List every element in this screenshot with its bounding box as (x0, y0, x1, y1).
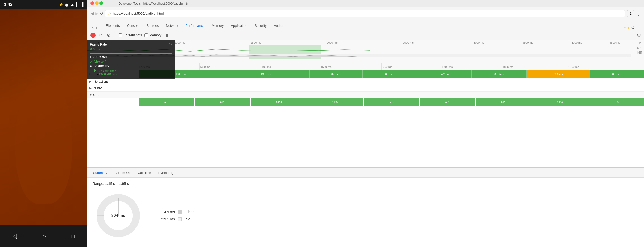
recents-icon[interactable]: □ (71, 233, 75, 240)
gpu-block-4: GPU (364, 98, 420, 106)
url-warning-icon: ⚠ (108, 11, 111, 16)
gpu-row-header-content (139, 92, 644, 98)
tick-3500: 3500 ms (522, 41, 533, 44)
tab-event-log[interactable]: Event Log (155, 169, 177, 177)
tab-security[interactable]: Security (251, 22, 270, 30)
gpu-block-7: GPU (532, 98, 588, 106)
tab-performance[interactable]: Performance (182, 22, 208, 30)
t-1500: 1500 ms (321, 65, 331, 68)
back-icon[interactable]: ◁ (13, 233, 17, 240)
screenshots-label: Screenshots (123, 33, 142, 37)
net-label: NET (637, 50, 642, 55)
devtools-window: Developer Tools - https://localhost:5000… (87, 0, 644, 247)
phone-status-icons: ⚡ ◉ ▲ ▌ ▐ (58, 2, 83, 7)
frame-duration-3: 83.9 ms (385, 73, 395, 76)
tab-count[interactable]: 1 (627, 10, 634, 17)
t-1900: 1900 ms (568, 65, 579, 68)
forward-nav-icon[interactable]: ▶ (95, 11, 98, 16)
legend-other-label: Other (185, 210, 194, 214)
frame-block-6: 98.0 ms (527, 70, 590, 78)
frame-duration-6: 98.0 ms (554, 73, 563, 76)
tab-call-tree[interactable]: Call Tree (134, 169, 155, 177)
close-button[interactable] (90, 1, 94, 5)
frame-block-7: 83.0 ms (590, 70, 644, 78)
gpu-block-1: GPU (195, 98, 251, 106)
screenshots-checkbox[interactable] (119, 33, 122, 37)
legend-other: 4.9 ms Other (154, 210, 194, 214)
interactions-expand-icon[interactable]: ▶ (89, 80, 92, 83)
frame-rate-overlay: Frame Rate 9.6 fps 6-12 GPU Raster off (… (87, 40, 175, 79)
bottom-panel: Summary Bottom-Up Call Tree Event Log Ra… (87, 167, 644, 247)
frame-block-2: 82.0 ms (310, 70, 363, 78)
url-field[interactable]: ⚠ https://localhost:5000/badblur.html (105, 10, 625, 17)
legend-idle-label: Idle (185, 217, 191, 221)
memory-donut-chart (90, 69, 97, 76)
memory-label: Memory (149, 33, 161, 37)
tick-4500: 4500 ms (609, 41, 620, 44)
summary-tabs: Summary Bottom-Up Call Tree Event Log (87, 168, 644, 178)
screenshots-toggle[interactable]: Screenshots (119, 33, 142, 37)
devtools-menu-icon[interactable]: ⋮ (637, 25, 641, 30)
clear-button[interactable]: ⊘ (106, 33, 111, 38)
reload-nav-icon[interactable]: ↺ (100, 11, 103, 16)
time-ruler-ticks: 1200 ms 1300 ms 1400 ms 1500 ms 1600 ms … (139, 63, 644, 70)
reload-record-button[interactable]: ↺ (98, 33, 103, 38)
frame-block-4: 84.2 ms (417, 70, 472, 78)
url-bar-icons: ◀ ▶ ↺ (90, 11, 103, 16)
home-icon[interactable]: ○ (42, 233, 46, 240)
memory-toggle[interactable]: Memory (144, 33, 161, 37)
tick-2000: 2000 ms (327, 41, 338, 44)
legend-items: 4.9 ms Other 799.1 ms Idle (154, 210, 194, 221)
bt-icon: ⚡ (58, 2, 64, 7)
toolbar-separator-1 (115, 33, 115, 38)
memory-max: 192.0 MB max (99, 73, 117, 76)
gpu-block-label-6: GPU (501, 101, 507, 103)
raster-expand-icon[interactable]: ▶ (89, 87, 92, 90)
cpu-label: CPU (637, 46, 642, 50)
delete-recording-button[interactable]: 🗑 (165, 33, 169, 38)
menu-icon[interactable]: ⋮ (636, 11, 641, 16)
tab-application[interactable]: Application (227, 22, 251, 30)
devtools-settings-icon[interactable]: ⚙ (631, 25, 635, 30)
frame-block-3: 83.9 ms (363, 70, 417, 78)
tab-sources[interactable]: Sources (143, 22, 162, 30)
gpu-block-2: GPU (251, 98, 307, 106)
tab-console[interactable]: Console (123, 22, 143, 30)
raster-text: Raster (93, 86, 102, 90)
legend-other-value: 4.9 ms (154, 210, 175, 214)
nfc-icon: ◉ (65, 2, 69, 7)
inspector-cursor-icon[interactable]: ↖ (92, 25, 95, 30)
url-bar: ◀ ▶ ↺ ⚠ https://localhost:5000/badblur.h… (87, 7, 644, 20)
memory-checkbox[interactable] (144, 33, 148, 37)
minimize-button[interactable] (95, 1, 99, 5)
raster-label: ▶ Raster (87, 86, 139, 90)
signal-icon: ▌ (76, 2, 79, 7)
frame-block-5: 83.8 ms (472, 70, 526, 78)
overlay-gpuraster-title: GPU Raster (90, 55, 107, 59)
gpu-block-3: GPU (307, 98, 364, 106)
overview-timeline: Frame Rate 9.6 fps 6-12 GPU Raster off (… (87, 40, 644, 63)
gpu-block-label-1: GPU (220, 101, 226, 103)
tab-memory[interactable]: Memory (208, 22, 227, 30)
phone-time: 1:42 (4, 2, 12, 7)
overlay-gpuraster-value: off (viewport) (90, 60, 107, 63)
gpu-block-label-5: GPU (445, 101, 450, 103)
capture-settings-button[interactable]: ⚙ (637, 32, 641, 38)
device-toolbar-icon[interactable]: □ (96, 25, 99, 30)
tab-network[interactable]: Network (162, 22, 182, 30)
tab-audits[interactable]: Audits (270, 22, 287, 30)
legend-idle-swatch (178, 217, 182, 221)
gpu-row-header: ▼ GPU (87, 92, 644, 98)
gpu-blocks-label (87, 98, 139, 106)
back-nav-icon[interactable]: ◀ (90, 11, 94, 16)
window-controls (90, 1, 103, 6)
timeline-empty-space (87, 106, 644, 167)
maximize-button[interactable] (99, 1, 103, 5)
tab-summary[interactable]: Summary (89, 169, 111, 177)
tab-bottom-up[interactable]: Bottom-Up (111, 169, 134, 177)
summary-content: Range: 1.15 s – 1.95 s (87, 178, 644, 247)
record-button[interactable] (90, 33, 96, 38)
tab-elements[interactable]: Elements (102, 22, 123, 30)
tick-2500: 2500 ms (403, 41, 414, 44)
gpu-expand-icon[interactable]: ▼ (89, 93, 92, 96)
